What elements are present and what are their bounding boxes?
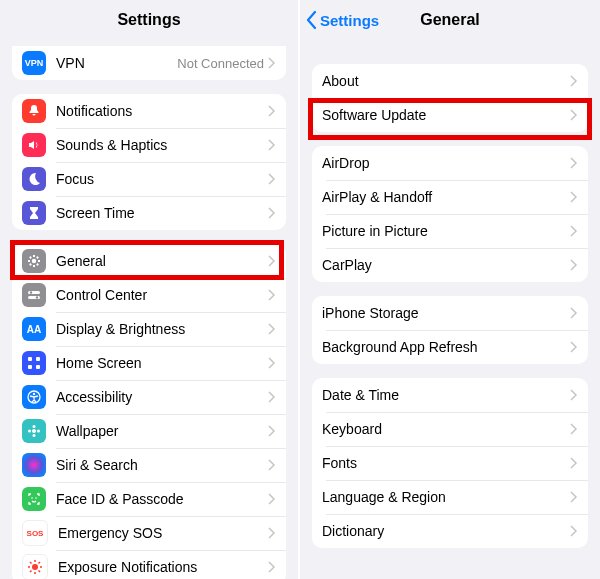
label-accessibility: Accessibility <box>56 389 132 405</box>
svg-rect-5 <box>28 357 32 361</box>
vpn-label: VPN <box>56 55 85 71</box>
svg-point-4 <box>36 296 38 298</box>
general-group-about: About Software Update <box>312 64 588 132</box>
row-focus[interactable]: Focus <box>12 162 286 196</box>
chevron-right-icon <box>268 357 276 369</box>
chevron-right-icon <box>268 173 276 185</box>
general-header: Settings General <box>300 0 600 40</box>
label-sounds: Sounds & Haptics <box>56 137 167 153</box>
label-date-time: Date & Time <box>322 387 399 403</box>
row-notifications[interactable]: Notifications <box>12 94 286 128</box>
settings-header: Settings <box>0 0 298 40</box>
row-keyboard[interactable]: Keyboard <box>312 412 588 446</box>
switches-icon <box>22 283 46 307</box>
chevron-right-icon <box>268 459 276 471</box>
wallpaper-icon <box>22 419 46 443</box>
row-about[interactable]: About <box>312 64 588 98</box>
chevron-right-icon <box>268 57 276 69</box>
label-airdrop: AirDrop <box>322 155 369 171</box>
chevron-right-icon <box>268 255 276 267</box>
row-airdrop[interactable]: AirDrop <box>312 146 588 180</box>
row-fonts[interactable]: Fonts <box>312 446 588 480</box>
settings-group-general: General Control Center AA Display & Brig… <box>12 244 286 579</box>
grid-icon <box>22 351 46 375</box>
svg-rect-8 <box>36 365 40 369</box>
row-vpn[interactable]: VPN VPN Not Connected <box>12 46 286 80</box>
chevron-right-icon <box>570 525 578 537</box>
chevron-right-icon <box>268 561 276 573</box>
settings-pane: Settings VPN VPN Not Connected Notificat… <box>0 0 300 579</box>
settings-title: Settings <box>117 11 180 29</box>
chevron-right-icon <box>570 225 578 237</box>
vpn-icon: VPN <box>22 51 46 75</box>
row-airplay[interactable]: AirPlay & Handoff <box>312 180 588 214</box>
chevron-right-icon <box>268 425 276 437</box>
row-accessibility[interactable]: Accessibility <box>12 380 286 414</box>
settings-group-network: VPN VPN Not Connected <box>12 46 286 80</box>
svg-point-16 <box>31 497 33 499</box>
sos-icon: SOS <box>22 520 48 546</box>
row-sounds[interactable]: Sounds & Haptics <box>12 128 286 162</box>
label-screen-time: Screen Time <box>56 205 135 221</box>
siri-icon <box>22 453 46 477</box>
chevron-right-icon <box>268 139 276 151</box>
row-face-id[interactable]: Face ID & Passcode <box>12 482 286 516</box>
row-carplay[interactable]: CarPlay <box>312 248 588 282</box>
row-emergency-sos[interactable]: SOS Emergency SOS <box>12 516 286 550</box>
label-emergency-sos: Emergency SOS <box>58 525 162 541</box>
chevron-right-icon <box>268 493 276 505</box>
row-control-center[interactable]: Control Center <box>12 278 286 312</box>
chevron-right-icon <box>570 191 578 203</box>
label-carplay: CarPlay <box>322 257 372 273</box>
row-dictionary[interactable]: Dictionary <box>312 514 588 548</box>
label-siri: Siri & Search <box>56 457 138 473</box>
row-wallpaper[interactable]: Wallpaper <box>12 414 286 448</box>
general-group-date: Date & Time Keyboard Fonts Language & Re… <box>312 378 588 548</box>
chevron-right-icon <box>570 341 578 353</box>
svg-rect-6 <box>36 357 40 361</box>
label-wallpaper: Wallpaper <box>56 423 119 439</box>
svg-rect-2 <box>28 296 40 299</box>
label-airplay: AirPlay & Handoff <box>322 189 432 205</box>
label-general: General <box>56 253 106 269</box>
row-iphone-storage[interactable]: iPhone Storage <box>312 296 588 330</box>
row-home-screen[interactable]: Home Screen <box>12 346 286 380</box>
accessibility-icon <box>22 385 46 409</box>
row-date-time[interactable]: Date & Time <box>312 378 588 412</box>
row-software-update[interactable]: Software Update <box>312 98 588 132</box>
label-dictionary: Dictionary <box>322 523 384 539</box>
row-display[interactable]: AA Display & Brightness <box>12 312 286 346</box>
svg-rect-1 <box>28 291 40 294</box>
label-home-screen: Home Screen <box>56 355 142 371</box>
display-icon: AA <box>22 317 46 341</box>
row-pip[interactable]: Picture in Picture <box>312 214 588 248</box>
svg-point-3 <box>30 291 32 293</box>
label-keyboard: Keyboard <box>322 421 382 437</box>
svg-point-14 <box>28 430 31 433</box>
chevron-right-icon <box>570 307 578 319</box>
svg-point-10 <box>33 393 35 395</box>
label-about: About <box>322 73 359 89</box>
chevron-right-icon <box>570 389 578 401</box>
label-exposure: Exposure Notifications <box>58 559 197 575</box>
row-bg-refresh[interactable]: Background App Refresh <box>312 330 588 364</box>
row-general[interactable]: General <box>12 244 286 278</box>
svg-point-11 <box>32 429 36 433</box>
back-button[interactable]: Settings <box>306 0 379 40</box>
chevron-right-icon <box>268 289 276 301</box>
general-group-storage: iPhone Storage Background App Refresh <box>312 296 588 364</box>
label-display: Display & Brightness <box>56 321 185 337</box>
svg-point-13 <box>33 434 36 437</box>
row-language[interactable]: Language & Region <box>312 480 588 514</box>
svg-point-18 <box>32 564 38 570</box>
sound-icon <box>22 133 46 157</box>
gear-icon <box>22 249 46 273</box>
row-siri[interactable]: Siri & Search <box>12 448 286 482</box>
label-software-update: Software Update <box>322 107 426 123</box>
label-bg-refresh: Background App Refresh <box>322 339 478 355</box>
hourglass-icon <box>22 201 46 225</box>
label-fonts: Fonts <box>322 455 357 471</box>
label-language: Language & Region <box>322 489 446 505</box>
row-exposure[interactable]: Exposure Notifications <box>12 550 286 579</box>
row-screen-time[interactable]: Screen Time <box>12 196 286 230</box>
